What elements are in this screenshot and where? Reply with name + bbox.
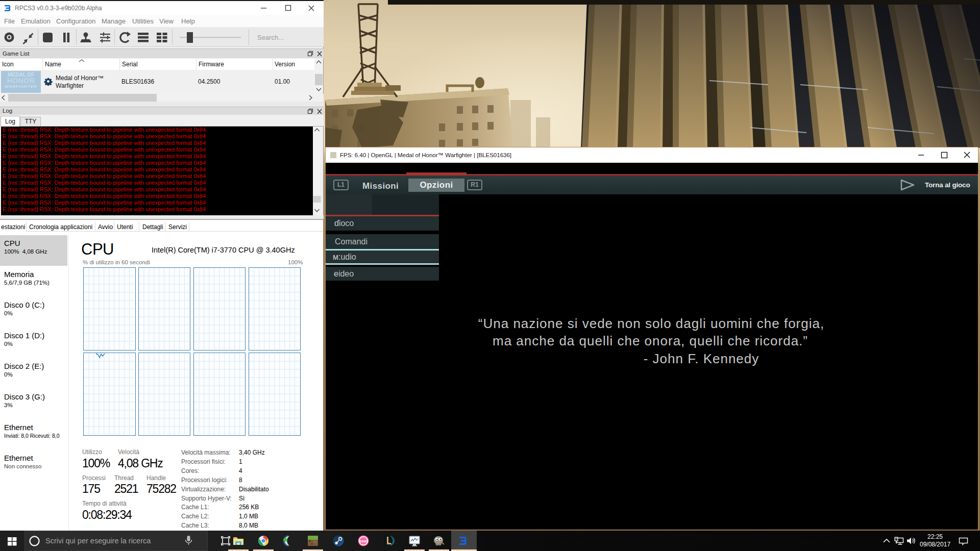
svg-text:osu!: osu! <box>359 539 368 543</box>
svg-text:Search...: Search... <box>257 34 284 41</box>
